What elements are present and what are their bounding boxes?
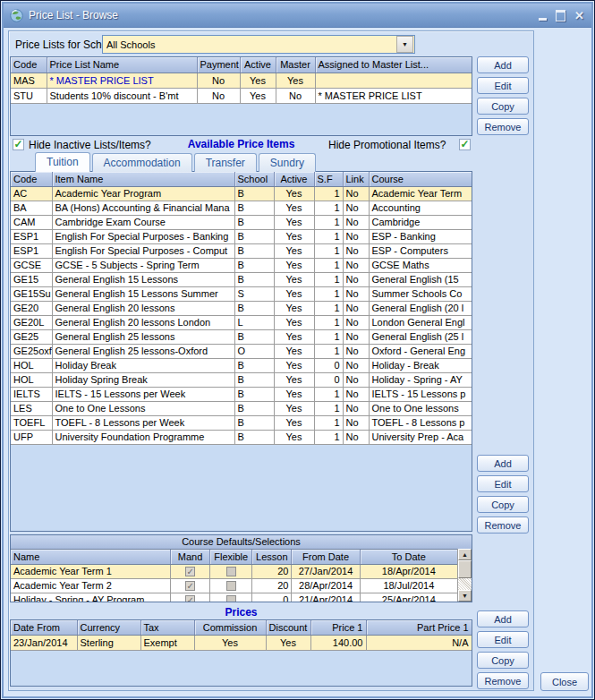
- table-row[interactable]: STUStudents 10% discount - B'mtNoYesNo* …: [11, 88, 472, 103]
- column-header: Payment: [197, 57, 240, 73]
- column-header: Active: [240, 57, 276, 73]
- table-row[interactable]: TOEFLTOEFL - 8 Lessons per WeekBYes1NoTO…: [11, 415, 472, 430]
- tab-accommodation[interactable]: Accommodation: [92, 153, 192, 172]
- cell: University Prep - Aca: [369, 430, 472, 444]
- table-row[interactable]: MAS* MASTER PRICE LISTNoYesYes: [11, 73, 472, 88]
- table-row[interactable]: GE20LGeneral English 20 lessons LondonLY…: [11, 315, 472, 329]
- price-lists-edit-button[interactable]: Edit: [477, 77, 529, 94]
- table-row[interactable]: ACAcademic Year ProgramBYes1NoAcademic Y…: [11, 186, 472, 201]
- cell: CAM: [11, 215, 52, 229]
- table-row[interactable]: GE15SuGeneral English 15 Lessons SummerS…: [11, 286, 472, 301]
- prices-edit-button[interactable]: Edit: [477, 631, 529, 648]
- table-row[interactable]: UFPUniversity Foundation ProgrammeBYes1N…: [11, 430, 472, 444]
- table-row[interactable]: GE25oxfGeneral English 25 lessons-Oxford…: [11, 344, 472, 358]
- checkbox-unchecked-icon[interactable]: [226, 595, 236, 602]
- price-lists-copy-button[interactable]: Copy: [477, 98, 529, 115]
- table-row[interactable]: IELTSIELTS - 15 Lessons per WeekBYes1NoI…: [11, 387, 472, 401]
- cell: 1: [314, 215, 343, 229]
- price-lists-add-button[interactable]: Add: [477, 56, 529, 73]
- column-header: Flexible: [210, 550, 252, 564]
- cell: 27/Jan/2014: [292, 564, 360, 578]
- price-items-edit-button[interactable]: Edit: [477, 475, 529, 492]
- cell: No: [343, 344, 369, 358]
- column-header: Date From: [11, 620, 77, 635]
- table-row[interactable]: Academic Year Term 1✓2027/Jan/201418/Apr…: [11, 564, 458, 578]
- hide-promotional-checkbox[interactable]: ✓: [459, 139, 471, 150]
- cell: Summer Schools Co: [369, 286, 472, 301]
- prices-copy-button[interactable]: Copy: [477, 652, 529, 669]
- combobox-dropdown-button[interactable]: ▼: [396, 36, 413, 53]
- cell: 28/Apr/2014: [292, 578, 360, 593]
- cell: Yes: [274, 201, 314, 215]
- prices-add-button[interactable]: Add: [477, 610, 529, 627]
- table-row[interactable]: GE20General English 20 lessonsBYes1NoGen…: [11, 301, 472, 315]
- cell: Yes: [274, 258, 314, 272]
- table-row[interactable]: HOLHoliday BreakBYes0NoHoliday - Break: [11, 358, 472, 372]
- cell: Holiday Spring Break: [52, 372, 234, 387]
- cell: HOL: [11, 358, 52, 372]
- cell: IELTS - 15 Lessons p: [369, 387, 472, 401]
- table-row[interactable]: GE25General English 25 lessonsBYes1NoGen…: [11, 329, 472, 344]
- cell: B: [234, 215, 274, 229]
- cell: 0: [314, 372, 343, 387]
- tab-transfer[interactable]: Transfer: [194, 153, 257, 172]
- cell: No: [343, 272, 369, 286]
- school-combobox[interactable]: All Schools ▼: [102, 35, 415, 54]
- cell: No: [343, 415, 369, 430]
- checkbox-checked-icon[interactable]: ✓: [185, 567, 195, 576]
- checkbox-unchecked-icon[interactable]: [226, 567, 236, 576]
- cell: IELTS - 15 Lessons per Week: [52, 387, 234, 401]
- scroll-up-icon[interactable]: ▲: [458, 549, 472, 560]
- cell: No: [197, 88, 240, 103]
- table-row[interactable]: GE15General English 15 LessonsBYes1NoGen…: [11, 272, 472, 286]
- cell: No: [343, 387, 369, 401]
- cell: 1: [314, 315, 343, 329]
- column-header: From Date: [292, 550, 360, 564]
- cell: 1: [314, 329, 343, 344]
- minimize-button[interactable]: [539, 18, 547, 21]
- price-items-add-button[interactable]: Add: [477, 455, 529, 472]
- table-row[interactable]: ESP1English For Special Purposes - Compu…: [11, 243, 472, 258]
- cell: GE15: [11, 272, 52, 286]
- scroll-down-icon[interactable]: ▼: [458, 590, 472, 602]
- prices-remove-button[interactable]: Remove: [477, 672, 529, 689]
- price-lists-table: Code Price List Name Payment Active Mast…: [10, 56, 472, 136]
- checkbox-checked-icon[interactable]: ✓: [185, 581, 195, 591]
- cell: No: [343, 315, 369, 329]
- table-row[interactable]: HOLHoliday Spring BreakBYes0NoHoliday - …: [11, 372, 472, 387]
- close-window-icon[interactable]: ✕: [574, 10, 584, 21]
- column-header: Item Name: [52, 172, 234, 186]
- cell: [315, 73, 472, 88]
- checkbox-unchecked-icon[interactable]: [226, 581, 236, 591]
- cell: One to One lessons: [369, 401, 472, 415]
- tab-tuition[interactable]: Tuition: [35, 152, 90, 172]
- table-row[interactable]: GCSEGCSE - 5 Subjects - Spring TermBYes1…: [11, 258, 472, 272]
- cell: Yes: [274, 344, 314, 358]
- close-button[interactable]: Close: [540, 672, 589, 691]
- table-row[interactable]: 23/Jan/2014SterlingExemptYesYes140.00N/A: [11, 635, 472, 650]
- table-row[interactable]: BABA (Hons) Accounting & Financial ManaB…: [11, 201, 472, 215]
- price-items-copy-button[interactable]: Copy: [477, 496, 529, 513]
- table-row[interactable]: CAMCambridge Exam CourseBYes1NoCambridge: [11, 215, 472, 229]
- cell: Yes: [274, 415, 314, 430]
- cell: Academic Year Term: [369, 186, 472, 201]
- table-row[interactable]: LESOne to One LessonsBYes1NoOne to One l…: [11, 401, 472, 415]
- cell: GE15Su: [11, 286, 52, 301]
- scroll-thumb[interactable]: [458, 560, 472, 578]
- price-items-table: Code Item Name School Active S.F Link Co…: [10, 171, 472, 532]
- cell: Yes: [274, 229, 314, 243]
- price-lists-remove-button[interactable]: Remove: [477, 118, 529, 135]
- table-row[interactable]: ESP1English For Special Purposes - Banki…: [11, 229, 472, 243]
- cell: B: [234, 258, 274, 272]
- price-items-remove-button[interactable]: Remove: [477, 516, 529, 534]
- cell: GE20: [11, 301, 52, 315]
- checkbox-checked-icon[interactable]: ✓: [185, 595, 195, 602]
- maximize-button[interactable]: [556, 10, 565, 21]
- tab-sundry[interactable]: Sundry: [259, 153, 316, 172]
- vertical-scrollbar[interactable]: ▲ ▼: [457, 549, 472, 602]
- table-row[interactable]: Holiday - Spring - AY Program✓021/Apr/20…: [11, 593, 458, 602]
- column-header: Price List Name: [47, 57, 197, 73]
- cell: Holiday - Spring - AY Program: [11, 593, 171, 602]
- cell: BA: [11, 201, 52, 215]
- table-row[interactable]: Academic Year Term 2✓2028/Apr/201418/Jul…: [11, 578, 458, 593]
